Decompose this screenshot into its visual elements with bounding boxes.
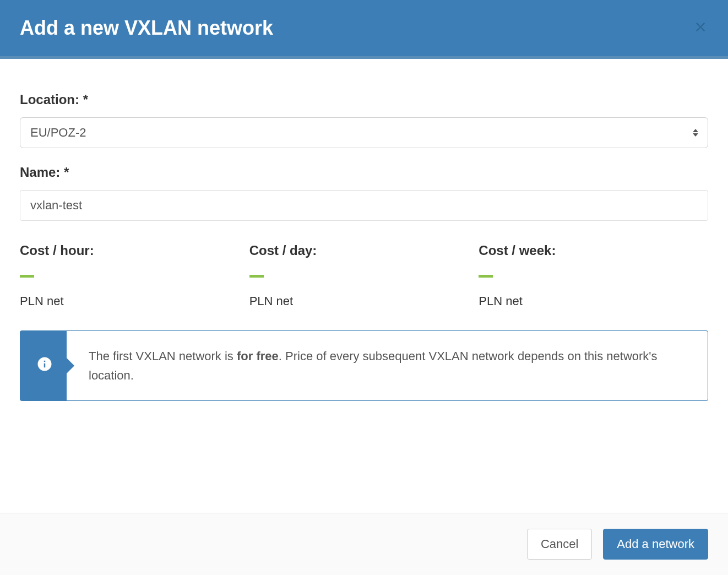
name-label: Name: * xyxy=(20,165,708,180)
info-text-bold: for free xyxy=(237,349,279,363)
cost-hour-dash xyxy=(20,275,34,278)
modal-body: Location: * EU/POZ-2 Name: * Cost / hour… xyxy=(0,59,728,513)
name-input[interactable] xyxy=(20,190,708,221)
cost-week-dash xyxy=(479,275,493,278)
info-icon xyxy=(36,356,53,376)
location-select-wrapper: EU/POZ-2 xyxy=(20,117,708,148)
location-group: Location: * EU/POZ-2 xyxy=(20,92,708,148)
cost-hour-unit: PLN net xyxy=(20,294,249,308)
cost-week-unit: PLN net xyxy=(479,294,708,308)
cancel-button[interactable]: Cancel xyxy=(527,529,592,560)
cost-day-col: Cost / day: PLN net xyxy=(249,243,479,308)
cost-day-dash xyxy=(249,275,264,278)
cost-row: Cost / hour: PLN net Cost / day: PLN net… xyxy=(20,243,708,308)
location-label: Location: * xyxy=(20,92,708,107)
name-group: Name: * xyxy=(20,165,708,221)
cost-week-col: Cost / week: PLN net xyxy=(479,243,708,308)
modal-footer: Cancel Add a network xyxy=(0,513,728,575)
info-icon-wrap xyxy=(23,331,67,400)
cost-week-label: Cost / week: xyxy=(479,243,708,258)
close-icon[interactable] xyxy=(693,18,708,38)
modal-header: Add a new VXLAN network xyxy=(0,0,728,59)
info-text-before: The first VXLAN network is xyxy=(89,349,237,363)
cost-hour-label: Cost / hour: xyxy=(20,243,249,258)
info-box: The first VXLAN network is for free. Pri… xyxy=(20,330,708,401)
cost-hour-col: Cost / hour: PLN net xyxy=(20,243,249,308)
location-select[interactable]: EU/POZ-2 xyxy=(20,117,708,148)
info-text: The first VXLAN network is for free. Pri… xyxy=(67,331,708,400)
cost-day-unit: PLN net xyxy=(249,294,479,308)
cost-day-label: Cost / day: xyxy=(249,243,479,258)
modal-title: Add a new VXLAN network xyxy=(20,17,273,40)
add-network-button[interactable]: Add a network xyxy=(603,529,708,560)
add-vxlan-modal: Add a new VXLAN network Location: * EU/P… xyxy=(0,0,728,575)
